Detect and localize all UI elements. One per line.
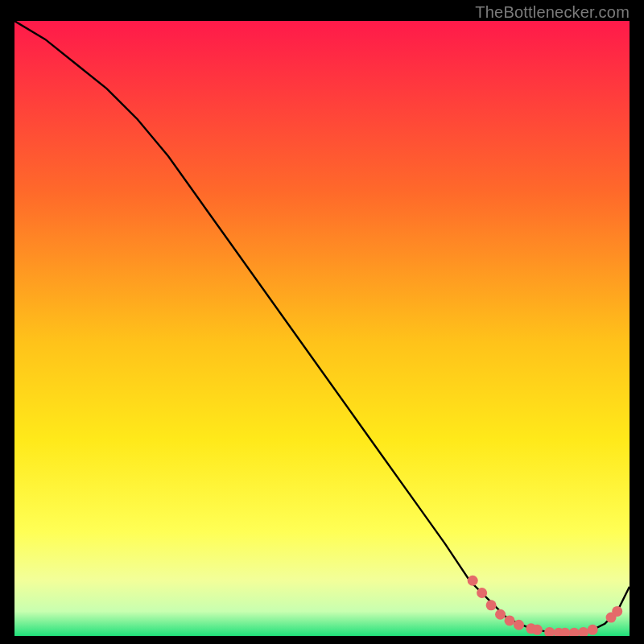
- data-marker: [514, 620, 524, 630]
- data-marker: [532, 625, 543, 635]
- chart-frame: TheBottlenecker.com: [0, 0, 644, 644]
- data-marker: [486, 600, 497, 610]
- chart-svg: [14, 21, 630, 636]
- watermark-text: TheBottlenecker.com: [475, 3, 630, 22]
- data-marker: [505, 615, 515, 625]
- data-marker: [468, 576, 478, 586]
- data-marker: [495, 609, 506, 620]
- data-marker: [477, 588, 487, 598]
- plot-area: [14, 21, 630, 636]
- gradient-background: [14, 21, 630, 636]
- data-marker: [588, 625, 598, 635]
- data-marker: [612, 606, 622, 617]
